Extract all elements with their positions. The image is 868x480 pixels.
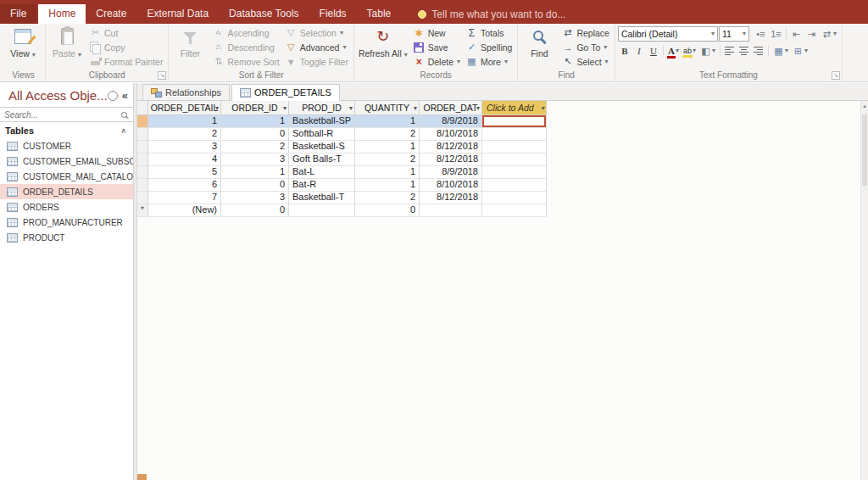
cut-button[interactable]: ✂Cut (88, 25, 164, 40)
copy-button[interactable]: Copy (88, 40, 164, 54)
record-selector[interactable] (137, 128, 148, 141)
tab-external-data[interactable]: External Data (136, 4, 219, 24)
cell[interactable]: 8/9/2018 (420, 166, 482, 179)
cell[interactable]: Bat-R (289, 179, 355, 192)
column-dropdown-icon[interactable]: ▾ (349, 104, 353, 112)
format-painter-button[interactable]: Format Painter (88, 54, 164, 69)
record-selector[interactable] (137, 141, 148, 153)
scroll-up-icon[interactable]: ▴ (861, 103, 868, 109)
tables-section-header[interactable]: Tables ∧ (0, 122, 133, 138)
cell[interactable]: 8/12/2018 (420, 141, 482, 153)
refresh-all-button[interactable]: ↻ Refresh All ▾ (357, 25, 409, 59)
tab-file[interactable]: File (0, 4, 36, 24)
cell[interactable]: 1 (221, 166, 289, 179)
cell[interactable]: 1 (221, 115, 289, 128)
tell-me-box[interactable]: Tell me what you want to do... (418, 4, 565, 24)
column-header-order-dat[interactable]: ORDER_DAT▾ (420, 101, 482, 115)
column-dropdown-icon[interactable]: ▾ (414, 104, 417, 112)
cell[interactable]: 1 (355, 179, 420, 192)
bold-button[interactable]: B (618, 43, 632, 59)
cell[interactable]: 8/12/2018 (420, 153, 482, 166)
cell[interactable]: 5 (148, 166, 221, 179)
align-left-button[interactable] (723, 43, 737, 59)
record-selector[interactable] (137, 166, 148, 179)
borders-button[interactable]: ⊞▾ (791, 43, 810, 59)
sidebar-item-customer-mail-catalogs[interactable]: CUSTOMER_MAIL_CATALOGS (0, 169, 133, 184)
tab-table[interactable]: Table (357, 4, 402, 24)
cell[interactable] (482, 179, 547, 192)
cell[interactable] (482, 204, 547, 217)
record-selector[interactable] (137, 153, 148, 166)
cell[interactable]: Goft Balls-T (289, 153, 355, 166)
advanced-button[interactable]: ▽Advanced▾ (284, 40, 350, 54)
numbering-button[interactable]: 1≡ (769, 26, 783, 42)
tab-relationships[interactable]: Relationships (142, 84, 230, 100)
tab-order-details[interactable]: ORDER_DETAILS (231, 84, 340, 101)
cell[interactable]: 2 (355, 153, 420, 166)
cell[interactable]: 0 (221, 179, 289, 192)
save-button[interactable]: Save (412, 40, 462, 54)
cell[interactable] (482, 153, 547, 166)
column-dropdown-icon[interactable]: ▾ (476, 104, 480, 112)
scrollbar-thumb[interactable] (862, 114, 867, 186)
column-header-quantity[interactable]: QUANTITY▾ (355, 101, 420, 115)
cell[interactable]: 8/12/2018 (420, 192, 482, 204)
more-button[interactable]: ▦More▾ (465, 54, 514, 69)
tab-database-tools[interactable]: Database Tools (219, 4, 309, 24)
cell[interactable] (482, 192, 547, 204)
record-selector[interactable]: * (137, 204, 148, 217)
column-header-click-to-add[interactable]: Click to Add▾ (482, 101, 547, 115)
cell[interactable]: 1 (355, 141, 420, 153)
vertical-scrollbar[interactable]: ▴ (860, 101, 868, 480)
record-selector[interactable] (137, 115, 148, 128)
tab-fields[interactable]: Fields (309, 4, 357, 24)
increase-indent-button[interactable]: ⇥ (804, 26, 819, 42)
cell[interactable]: 7 (148, 192, 221, 204)
cell[interactable]: 6 (148, 179, 221, 192)
cell[interactable]: 8/10/2018 (420, 128, 482, 141)
cell[interactable]: 3 (148, 141, 221, 153)
cell[interactable] (289, 204, 355, 217)
text-direction-button[interactable]: ⇄▾ (820, 26, 838, 42)
toggle-filter-button[interactable]: ▼Toggle Filter (284, 54, 350, 69)
cell[interactable]: 8/9/2018 (420, 115, 482, 128)
align-right-button[interactable] (752, 43, 765, 59)
tab-create[interactable]: Create (86, 4, 136, 24)
cell[interactable]: (New) (148, 204, 221, 217)
sidebar-item-prod-manufacturer[interactable]: PROD_MANUFACTURER (0, 215, 133, 230)
cell[interactable] (482, 141, 547, 153)
cell[interactable]: 2 (221, 141, 289, 153)
cell[interactable]: Basketball-SP (289, 115, 355, 128)
collapse-section-icon[interactable]: ∧ (120, 126, 126, 135)
align-center-button[interactable] (737, 43, 751, 59)
cell[interactable] (482, 128, 547, 141)
sidebar-item-customer[interactable]: CUSTOMER (0, 138, 133, 153)
gridlines-button[interactable]: ▦▾ (771, 43, 790, 59)
italic-button[interactable]: I (632, 43, 646, 59)
column-header-prod-id[interactable]: PROD_ID▾ (289, 101, 355, 115)
cell[interactable]: 4 (148, 153, 221, 166)
spelling-button[interactable]: ✓Spelling (465, 40, 514, 54)
column-dropdown-icon[interactable]: ▾ (215, 104, 219, 112)
find-button[interactable]: Find (520, 25, 558, 59)
column-dropdown-icon[interactable]: ▾ (541, 104, 544, 112)
descending-button[interactable]: Z↓Descending (211, 40, 281, 54)
font-size-select[interactable]: 11▾ (719, 26, 749, 42)
selection-button[interactable]: ▽Selection▾ (284, 25, 350, 40)
cell[interactable]: 8/10/2018 (420, 179, 482, 192)
collapse-pane-icon[interactable]: « (122, 91, 128, 101)
cell[interactable]: Basketball-T (289, 192, 355, 204)
column-header-order-id[interactable]: ORDER_ID▾ (221, 101, 289, 115)
background-color-button[interactable]: ◧▾ (698, 43, 717, 59)
sidebar-item-order-details[interactable]: ORDER_DETAILS (0, 184, 133, 199)
cell[interactable]: 2 (148, 128, 221, 141)
highlight-color-button[interactable]: ab▾ (682, 43, 698, 59)
cell[interactable] (420, 204, 482, 217)
cell[interactable]: Basketball-S (289, 141, 355, 153)
filter-button[interactable]: Filter (171, 25, 209, 59)
sidebar-item-orders[interactable]: ORDERS (0, 199, 133, 215)
search-icon[interactable] (121, 112, 127, 118)
cell[interactable]: 2 (355, 192, 420, 204)
cell[interactable]: 1 (355, 166, 420, 179)
column-header-order-detail[interactable]: ORDER_DETAIL▾ (148, 101, 221, 115)
